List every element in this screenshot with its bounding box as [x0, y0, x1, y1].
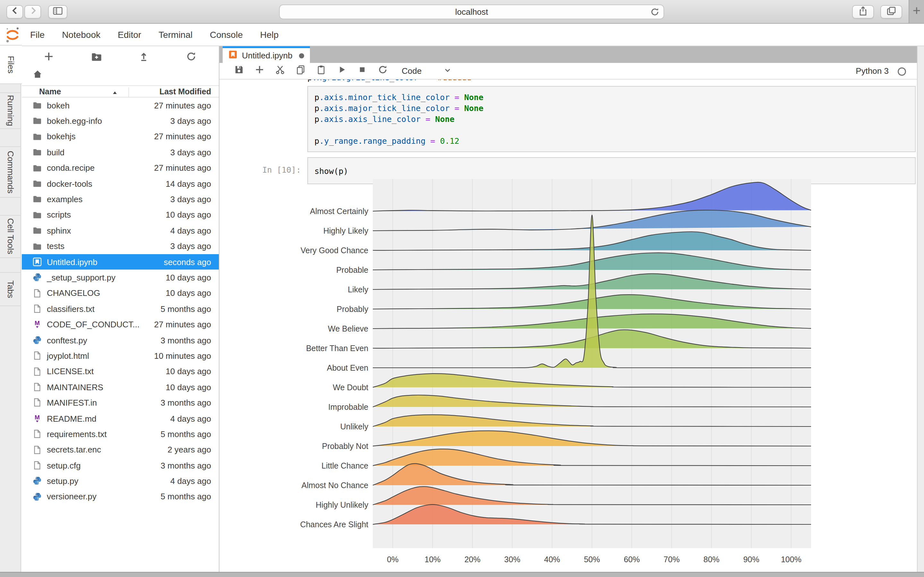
column-last-modified[interactable]: Last Modified [159, 87, 211, 96]
restart-kernel-icon [378, 65, 388, 74]
menu-console[interactable]: Console [210, 29, 243, 40]
browser-forward-button[interactable] [24, 5, 41, 19]
add-cell-icon[interactable] [255, 65, 264, 77]
home-breadcrumb-icon[interactable] [33, 69, 42, 82]
sort-ascending-icon [112, 90, 118, 96]
file-row[interactable]: secrets.tar.enc2 years ago [22, 442, 219, 458]
address-bar[interactable]: localhost [279, 5, 664, 19]
new-launcher-icon[interactable] [43, 52, 54, 64]
file-row[interactable]: LICENSE.txt10 days ago [22, 364, 219, 379]
plus-icon [912, 5, 921, 15]
file-row[interactable]: classifiers.txt5 months ago [22, 301, 219, 317]
jupyter-menubar: File Notebook Editor Terminal Console He… [0, 24, 924, 46]
file-row[interactable]: setup.py4 days ago [22, 473, 219, 489]
file-row[interactable]: conda.recipe27 minutes ago [22, 160, 219, 176]
file-row[interactable]: Untitled.ipynbseconds ago [22, 254, 219, 270]
file-row[interactable]: docker-tools14 days ago [22, 176, 219, 192]
upload-icon[interactable] [138, 52, 149, 64]
reload-icon[interactable] [650, 7, 660, 19]
file-row[interactable]: _setup_support.py10 days ago [22, 270, 219, 285]
file-row[interactable]: MAINTAINERS10 days ago [22, 379, 219, 395]
file-row[interactable]: setup.cfg3 months ago [22, 458, 219, 473]
file-row[interactable]: requirements.txt5 months ago [22, 426, 219, 442]
file-row[interactable]: sphinx4 days ago [22, 223, 219, 239]
file-row[interactable]: MREADME.md4 days ago [22, 411, 219, 427]
menu-help[interactable]: Help [260, 29, 279, 40]
file-row[interactable]: MANIFEST.in3 months ago [22, 395, 219, 411]
kernel-name[interactable]: Python 3 [856, 66, 889, 76]
file-row[interactable]: bokeh.egg-info3 days ago [22, 113, 219, 129]
file-icon [33, 429, 42, 438]
file-row[interactable]: conftest.py3 months ago [22, 332, 219, 348]
file-name: versioneer.py [47, 492, 97, 501]
sidebar-tab-tabs[interactable]: Tabs [0, 272, 21, 306]
paste-icon[interactable] [316, 65, 326, 77]
file-row[interactable]: MCODE_OF_CONDUCT...27 minutes ago [22, 317, 219, 332]
share-icon [858, 5, 868, 18]
file-name: Untitled.ipynb [47, 257, 98, 267]
file-row[interactable]: build3 days ago [22, 144, 219, 160]
run-icon[interactable] [337, 65, 346, 77]
notebook-toolbar: Code Python 3 [219, 63, 917, 80]
file-icon [33, 398, 42, 407]
browser-sidebar-button[interactable] [48, 5, 68, 19]
file-name: requirements.txt [47, 429, 106, 439]
notebook-icon [229, 50, 237, 59]
markdown-icon: M [33, 414, 42, 423]
sidebar-tab-files[interactable]: Files [0, 45, 22, 84]
menu-terminal[interactable]: Terminal [158, 29, 193, 40]
browser-tab-overview-button[interactable] [881, 5, 902, 19]
sidebar-tab-running[interactable]: Running [0, 92, 21, 129]
file-name: LICENSE.txt [47, 367, 94, 376]
file-name: bokeh.egg-info [47, 116, 102, 126]
forward-icon [28, 6, 37, 15]
sidebar-tab-commands[interactable]: Commands [0, 146, 21, 198]
menu-editor[interactable]: Editor [118, 29, 141, 40]
file-modified: 3 months ago [160, 398, 211, 408]
file-row[interactable]: joyplot.html10 minutes ago [22, 348, 219, 364]
file-row[interactable]: bokehjs27 minutes ago [22, 129, 219, 145]
stop-icon[interactable] [357, 65, 367, 77]
scrollbar-track[interactable] [917, 46, 924, 572]
file-list-header[interactable]: Name Last Modified [22, 85, 219, 98]
menu-notebook[interactable]: Notebook [62, 29, 100, 40]
copy-icon[interactable] [296, 65, 306, 77]
file-icon [33, 288, 42, 298]
x-tick-label: 40% [544, 555, 560, 564]
file-modified: 3 months ago [160, 461, 211, 470]
markdown-icon: M [33, 414, 42, 423]
menu-file[interactable]: File [30, 29, 45, 40]
column-name[interactable]: Name [39, 87, 61, 96]
kernel-status-icon[interactable] [897, 67, 907, 79]
restart-kernel-icon[interactable] [378, 65, 388, 77]
file-row[interactable]: examples3 days ago [22, 192, 219, 207]
new-folder-icon[interactable] [91, 52, 102, 65]
file-row[interactable]: CHANGELOG10 days ago [22, 285, 219, 301]
cut-icon[interactable] [275, 65, 285, 77]
python-icon [33, 492, 42, 501]
x-tick-label: 20% [464, 555, 480, 564]
refresh-icon[interactable] [186, 52, 196, 64]
file-row[interactable]: scripts10 days ago [22, 207, 219, 223]
folder-icon [33, 195, 42, 204]
code-cell-1[interactable]: p.axis.minor_tick_line_color = None p.ax… [307, 86, 916, 152]
ridgeline-plot[interactable]: Almost CertainlyHighly LikelyVery Good C… [295, 173, 840, 571]
python-icon [33, 273, 42, 282]
file-modified: 10 days ago [166, 367, 211, 376]
save-icon[interactable] [234, 65, 244, 77]
cell-type-select[interactable]: Code [402, 66, 452, 76]
browser-share-button[interactable] [852, 5, 874, 19]
file-row[interactable]: versioneer.py5 months ago [22, 489, 219, 505]
browser-new-tab-button[interactable] [909, 0, 924, 23]
file-modified: 4 days ago [171, 226, 211, 235]
tab-untitled-ipynb[interactable]: Untitled.ipynb [223, 46, 310, 63]
sort-ascending-icon [112, 89, 118, 98]
file-row[interactable]: bokeh27 minutes ago [22, 98, 219, 113]
folder-icon [33, 226, 42, 235]
tab-overview-icon [886, 5, 897, 18]
browser-back-button[interactable] [6, 5, 23, 19]
file-row[interactable]: tests3 days ago [22, 239, 219, 254]
file-name: tests [47, 241, 64, 251]
file-name: README.md [47, 414, 97, 423]
sidebar-tab-cell-tools[interactable]: Cell Tools [0, 215, 21, 258]
